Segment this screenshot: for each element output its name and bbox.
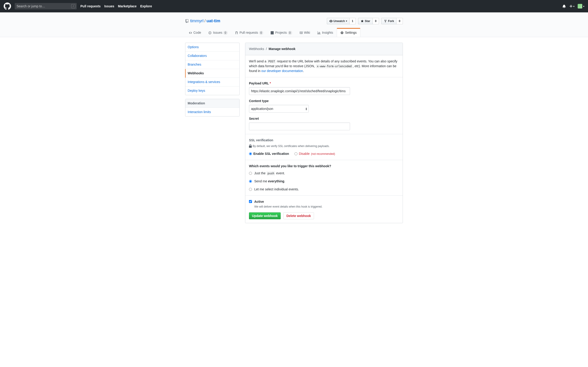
nav-pull-requests[interactable]: Pull requests (80, 4, 101, 9)
events-individual-label: Let me select individual events. (254, 187, 299, 192)
issue-icon (208, 31, 212, 34)
intro-text-1: We'll send a (249, 59, 267, 63)
tab-projects[interactable]: Projects0 (267, 28, 296, 37)
separator: / (204, 18, 206, 24)
events-everything-option[interactable]: Send me everything. (249, 179, 399, 184)
tab-prs-label: Pull requests (240, 30, 258, 35)
create-new-menu[interactable]: ▾ (569, 4, 574, 8)
content-type-label: Content type (249, 99, 399, 103)
required-asterisk: * (270, 81, 271, 85)
events-push-label: Just the push event. (254, 171, 285, 176)
tab-issues[interactable]: Issues0 (205, 28, 231, 37)
star-count[interactable]: 0 (373, 18, 379, 24)
star-button[interactable]: Star (358, 18, 372, 24)
ssl-note: By default, we verify SSL certificates w… (253, 144, 330, 148)
user-menu[interactable]: ▾ (578, 4, 584, 8)
header-nav: Pull requests Issues Marketplace Explore (80, 4, 152, 9)
plus-icon (569, 4, 573, 8)
intro-text-5: . (303, 69, 304, 73)
events-push-option[interactable]: Just the push event. (249, 171, 399, 176)
sidebar-item-options[interactable]: Options (185, 43, 239, 52)
events-individual-option[interactable]: Let me select individual events. (249, 187, 399, 192)
breadcrumb-root[interactable]: Webhooks (249, 47, 264, 51)
delete-webhook-button[interactable]: Delete webhook (284, 212, 314, 219)
tab-settings[interactable]: Settings (337, 28, 360, 37)
breadcrumb: Webhooks / Manage webhook (245, 43, 403, 55)
repo-name-link[interactable]: uat-tim (207, 18, 220, 24)
breadcrumb-sep: / (266, 47, 267, 51)
star-label: Star (365, 19, 370, 23)
secret-input[interactable] (249, 123, 350, 130)
ssl-disable-label: Disable (299, 151, 310, 156)
ssl-enable-option[interactable]: Enable SSL verification (249, 151, 289, 156)
events-push-radio[interactable] (249, 172, 252, 175)
issues-count: 0 (223, 31, 228, 35)
events-individual-radio[interactable] (249, 188, 252, 191)
tab-wiki[interactable]: Wiki (296, 28, 314, 37)
star-group: Star 0 (358, 18, 379, 24)
tab-pull-requests[interactable]: Pull requests0 (231, 28, 267, 37)
repo-actions: Unwatch ▾ 1 Star 0 Fork (327, 18, 403, 24)
pr-icon (235, 31, 238, 34)
unwatch-label: Unwatch (334, 19, 345, 23)
nav-issues[interactable]: Issues (104, 4, 114, 9)
fork-button[interactable]: Fork (381, 18, 397, 24)
fork-count[interactable]: 0 (397, 18, 403, 24)
ssl-section: SSL verification By default, we verify S… (245, 134, 403, 160)
caret-down-icon: ▾ (583, 5, 584, 8)
active-label: Active (254, 199, 322, 204)
content-type-select[interactable]: application/json (249, 105, 309, 113)
active-desc: We will deliver event details when this … (254, 205, 322, 209)
main-header: / Pull requests Issues Marketplace Explo… (0, 0, 588, 12)
ssl-disable-option[interactable]: Disable (not recommended) (294, 151, 335, 156)
form-section: Payload URL * Content type application/j… (245, 77, 403, 134)
ssl-disable-radio[interactable] (294, 152, 297, 155)
sidebar-item-collaborators[interactable]: Collaborators (185, 52, 239, 60)
nav-marketplace[interactable]: Marketplace (118, 4, 137, 9)
settings-sidebar: Options Collaborators Branches Webhooks … (185, 43, 240, 223)
sidebar-item-interaction-limits[interactable]: Interaction limits (185, 108, 239, 116)
tab-insights[interactable]: Insights (314, 28, 337, 37)
graph-icon (317, 31, 321, 34)
ssl-enable-radio[interactable] (249, 152, 252, 155)
docs-link[interactable]: our developer documentation (261, 69, 303, 73)
active-checkbox[interactable] (249, 200, 252, 203)
search-wrap: / (15, 3, 77, 9)
update-webhook-button[interactable]: Update webhook (249, 212, 281, 219)
webhook-box: Webhooks / Manage webhook We'll send a P… (245, 43, 403, 223)
secret-group: Secret (249, 116, 399, 130)
events-everything-radio[interactable] (249, 180, 252, 183)
secret-label: Secret (249, 116, 399, 121)
sidebar-item-webhooks[interactable]: Webhooks (185, 69, 239, 78)
ssl-enable-label: Enable SSL verification (253, 151, 289, 156)
content-type-group: Content type application/json ▴▾ (249, 99, 399, 113)
bell-icon[interactable] (562, 4, 566, 8)
project-icon (271, 31, 274, 34)
sidebar-item-deploy-keys[interactable]: Deploy keys (185, 86, 239, 95)
tab-code[interactable]: Code (185, 28, 205, 37)
sidebar-item-integrations[interactable]: Integrations & services (185, 78, 239, 86)
post-code: POST (267, 59, 276, 64)
eye-icon (329, 19, 333, 23)
nav-explore[interactable]: Explore (140, 4, 152, 9)
payload-url-group: Payload URL * (249, 81, 399, 95)
repo-head-wrap: timmyrl / uat-tim Unwatch ▾ 1 Star (0, 12, 588, 37)
search-input[interactable] (15, 3, 77, 9)
tab-wiki-label: Wiki (304, 30, 310, 35)
payload-url-input[interactable] (249, 87, 350, 95)
fork-label: Fork (388, 19, 394, 23)
watch-count[interactable]: 1 (350, 18, 356, 24)
active-section: Active We will deliver event details whe… (245, 196, 403, 223)
fork-group: Fork 0 (381, 18, 403, 24)
github-logo-icon[interactable] (4, 2, 11, 10)
tab-settings-label: Settings (345, 30, 357, 35)
events-section: Which events would you like to trigger t… (245, 160, 403, 196)
unwatch-button[interactable]: Unwatch ▾ (327, 18, 350, 24)
sidebar-item-branches[interactable]: Branches (185, 60, 239, 69)
projects-count: 0 (288, 31, 292, 35)
main-container: Options Collaborators Branches Webhooks … (182, 37, 406, 232)
settings-content: Webhooks / Manage webhook We'll send a P… (245, 43, 403, 223)
events-heading: Which events would you like to trigger t… (249, 164, 399, 169)
settings-menu: Options Collaborators Branches Webhooks … (185, 43, 240, 95)
repo-owner-link[interactable]: timmyrl (190, 18, 204, 24)
